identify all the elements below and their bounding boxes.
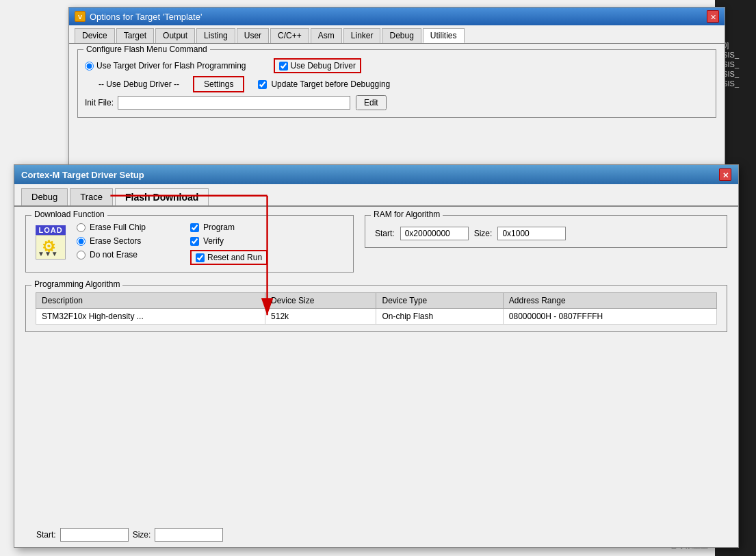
load-image: ⚙ ▼▼▼: [36, 235, 66, 260]
ram-section-label: RAM for Algorithm: [371, 210, 443, 219]
ctab-flash-download[interactable]: Flash Download: [115, 188, 209, 205]
table-header-row: Description Device Size Device Type Addr…: [36, 293, 717, 309]
init-file-input[interactable]: [118, 96, 350, 110]
table-row: STM32F10x High-density ...512kOn-chip Fl…: [36, 309, 717, 325]
check-program[interactable]: [190, 223, 199, 232]
tab-device[interactable]: Device: [75, 28, 115, 43]
use-debug-driver-checkbox-box: Use Debug Driver: [274, 58, 361, 73]
radio-do-not-erase-row: Do not Erase: [77, 250, 179, 260]
check-options: Program Verify Reset and Run: [190, 223, 286, 265]
bottom-size-input[interactable]: [155, 528, 223, 542]
ram-section: RAM for Algorithm Start: Size:: [365, 215, 727, 248]
cell-address_range: 08000000H - 0807FFFFH: [503, 309, 716, 325]
check-verify[interactable]: [190, 237, 199, 246]
options-title: Options for Target 'Template': [90, 12, 202, 22]
update-target-checkbox[interactable]: [258, 80, 267, 89]
radio-do-not-erase[interactable]: [77, 251, 86, 260]
options-close-button[interactable]: ✕: [707, 10, 719, 23]
tab-output[interactable]: Output: [155, 28, 195, 43]
cell-device_size: 512k: [265, 309, 376, 325]
prog-section-label: Programming Algorithm: [31, 279, 122, 289]
download-layout: LOAD ⚙ ▼▼▼ Erase Full Chip: [36, 223, 343, 265]
load-text: LOAD: [36, 225, 65, 235]
bottom-row: Start: Size:: [14, 522, 738, 547]
options-title-icon: V: [75, 11, 86, 22]
options-titlebar: V Options for Target 'Template' ✕: [69, 8, 725, 25]
tab-target[interactable]: Target: [116, 28, 154, 43]
edit-button[interactable]: Edit: [356, 95, 387, 110]
check-program-label: Program: [203, 223, 235, 232]
tab-debug[interactable]: Debug: [382, 28, 421, 43]
tab-user[interactable]: User: [237, 28, 269, 43]
check-program-row: Program: [190, 223, 286, 232]
ctab-debug[interactable]: Debug: [21, 188, 68, 205]
ram-size-input[interactable]: [497, 227, 566, 240]
radio-erase-sectors-label: Erase Sectors: [90, 236, 141, 246]
col-device-size: Device Size: [265, 293, 376, 309]
cell-description: STM32F10x High-density ...: [36, 309, 265, 325]
col-device-type: Device Type: [376, 293, 503, 309]
configure-section-label: Configure Flash Menu Command: [83, 45, 210, 54]
start-row: Start: Size:: [25, 528, 223, 542]
tab-listing[interactable]: Listing: [196, 28, 235, 43]
download-function-label: Download Function: [31, 210, 107, 219]
update-target-label: Update Target before Debugging: [271, 79, 390, 89]
settings-button[interactable]: Settings: [193, 76, 244, 92]
check-reset-run-row: Reset and Run: [190, 250, 286, 265]
radio-erase-full-label: Erase Full Chip: [90, 223, 146, 232]
check-reset-run[interactable]: [196, 253, 205, 262]
bottom-start-label: Start:: [36, 530, 56, 540]
use-debug-driver-label: Use Debug Driver: [291, 61, 356, 71]
options-dialog: V Options for Target 'Template' ✕ Device…: [68, 7, 725, 185]
download-function-section: Download Function LOAD ⚙ ▼▼▼: [25, 215, 354, 273]
bottom-size-label: Size:: [133, 530, 151, 540]
tab-cpp[interactable]: C/C++: [270, 28, 309, 43]
col-description: Description: [36, 293, 265, 309]
tab-utilities[interactable]: Utilities: [423, 28, 465, 43]
col-address-range: Address Range: [503, 293, 716, 309]
check-verify-label: Verify: [203, 236, 224, 246]
cortex-close-button[interactable]: ✕: [719, 168, 731, 181]
programming-algorithm-section: Programming Algorithm Description Device…: [25, 285, 727, 332]
use-debug-driver-line: -- Use Debug Driver --: [99, 79, 179, 89]
radio-erase-full[interactable]: [77, 223, 86, 232]
radio-erase-sectors[interactable]: [77, 237, 86, 246]
radio-erase-full-row: Erase Full Chip: [77, 223, 179, 232]
tab-linker[interactable]: Linker: [343, 28, 381, 43]
radio-do-not-erase-label: Do not Erase: [90, 250, 138, 260]
bottom-start-input[interactable]: [60, 528, 129, 542]
radio-use-target-label: Use Target Driver for Flash Programming: [96, 61, 246, 71]
ctab-trace[interactable]: Trace: [70, 188, 113, 205]
ram-start-input[interactable]: [400, 227, 469, 240]
radio-erase-sectors-row: Erase Sectors: [77, 236, 179, 246]
cortex-title: Cortex-M Target Driver Setup: [21, 170, 144, 180]
tab-asm[interactable]: Asm: [311, 28, 342, 43]
ram-start-label: Start:: [375, 229, 395, 238]
ram-row: Start: Size:: [375, 227, 717, 240]
top-sections: Download Function LOAD ⚙ ▼▼▼: [25, 215, 727, 282]
ram-size-label: Size:: [474, 229, 493, 238]
reset-run-box: Reset and Run: [190, 250, 268, 265]
cortex-tabs-row: Debug Trace Flash Download: [14, 184, 738, 207]
configure-flash-section: Configure Flash Menu Command Use Target …: [77, 49, 716, 118]
radio-use-target[interactable]: [85, 62, 94, 71]
use-debug-driver-checkbox[interactable]: [279, 62, 288, 71]
check-reset-run-label: Reset and Run: [207, 253, 262, 262]
load-icon: LOAD ⚙ ▼▼▼: [36, 225, 66, 260]
options-tabs-row: Device Target Output Listing User C/C++ …: [69, 25, 725, 44]
cortex-dialog: Cortex-M Target Driver Setup ✕ Debug Tra…: [14, 164, 739, 548]
cortex-titlebar: Cortex-M Target Driver Setup ✕: [14, 165, 738, 184]
radio-options: Erase Full Chip Erase Sectors Do not Era…: [77, 223, 179, 260]
check-verify-row: Verify: [190, 236, 286, 246]
cell-device_type: On-chip Flash: [376, 309, 503, 325]
init-file-label: Init File:: [85, 98, 114, 108]
cortex-content: Download Function LOAD ⚙ ▼▼▼: [14, 207, 738, 340]
algo-table: Description Device Size Device Type Addr…: [36, 292, 717, 325]
